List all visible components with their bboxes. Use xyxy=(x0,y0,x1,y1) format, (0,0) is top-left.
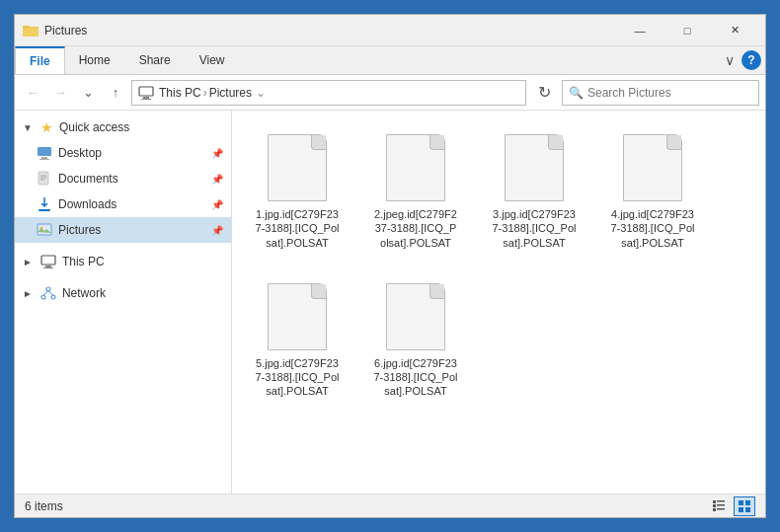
file-icon-4 xyxy=(266,281,329,352)
file-icon-5 xyxy=(384,281,447,352)
this-pc-icon xyxy=(40,254,56,269)
svg-rect-5 xyxy=(141,99,151,100)
path-item-pictures: Pictures xyxy=(209,86,252,100)
path-separator-2: ⌄ xyxy=(256,86,266,100)
downloads-icon xyxy=(37,196,52,212)
file-page-0 xyxy=(268,134,327,201)
sidebar: ▼ ★ Quick access Desktop 📌 xyxy=(15,111,232,494)
tab-share[interactable]: Share xyxy=(125,46,186,74)
sidebar-section-icon: ★ xyxy=(40,119,53,135)
search-box[interactable]: 🔍 xyxy=(562,80,759,106)
path-item-this-pc: This PC xyxy=(138,85,201,101)
svg-rect-24 xyxy=(713,500,716,503)
title-bar: Pictures — □ ✕ xyxy=(15,15,765,46)
sidebar-quick-access[interactable]: ▼ ★ Quick access xyxy=(15,114,231,140)
sidebar-item-documents[interactable]: Documents 📌 xyxy=(15,166,231,191)
desktop-pin-icon: 📌 xyxy=(211,148,223,159)
search-input[interactable] xyxy=(587,86,752,100)
svg-line-22 xyxy=(43,291,48,295)
network-arrow-icon: ► xyxy=(23,288,33,299)
svg-rect-17 xyxy=(45,266,51,267)
file-item[interactable]: 6.jpg.id[C279F237-3188].[ICQ_Polsat].POL… xyxy=(366,275,465,405)
file-name-4: 5.jpg.id[C279F237-3188].[ICQ_Polsat].POL… xyxy=(254,356,341,399)
svg-rect-30 xyxy=(739,500,743,505)
main-content: ▼ ★ Quick access Desktop 📌 xyxy=(15,111,765,494)
tab-file[interactable]: File xyxy=(15,46,65,74)
network-icon xyxy=(40,285,56,301)
svg-rect-27 xyxy=(717,504,725,506)
sidebar-item-desktop[interactable]: Desktop 📌 xyxy=(15,140,231,166)
file-name-2: 3.jpg.id[C279F237-3188].[ICQ_Polsat].POL… xyxy=(491,207,578,250)
ribbon-expand-icon[interactable]: ∨ xyxy=(718,48,741,72)
svg-rect-13 xyxy=(39,209,50,211)
forward-button[interactable]: → xyxy=(48,81,72,105)
window-title: Pictures xyxy=(44,24,617,38)
list-view-button[interactable] xyxy=(708,496,730,516)
status-bar: 6 items xyxy=(15,494,765,517)
dropdown-button[interactable]: ⌄ xyxy=(76,81,100,105)
svg-rect-33 xyxy=(745,507,750,512)
svg-point-20 xyxy=(41,295,45,299)
sidebar-item-pictures[interactable]: Pictures 📌 xyxy=(15,217,231,243)
file-name-1: 2.jpeg.id[C279F237-3188].[ICQ_Polsat].PO… xyxy=(372,207,459,250)
search-icon: 🔍 xyxy=(569,86,584,100)
documents-pin-icon: 📌 xyxy=(211,174,223,185)
svg-rect-2 xyxy=(23,26,30,29)
file-page-3 xyxy=(623,134,682,201)
svg-rect-26 xyxy=(713,504,716,507)
sidebar-item-this-pc[interactable]: ► This PC xyxy=(15,249,231,274)
svg-rect-29 xyxy=(717,508,725,510)
file-icon-3 xyxy=(621,132,684,203)
up-button[interactable]: ↑ xyxy=(104,81,127,105)
file-icon-2 xyxy=(503,132,566,203)
svg-rect-18 xyxy=(43,267,53,268)
ribbon-tabs: File Home Share View ∨ ? xyxy=(15,46,765,74)
file-item[interactable]: 4.jpg.id[C279F237-3188].[ICQ_Polsat].POL… xyxy=(603,126,702,256)
this-pc-arrow-icon: ► xyxy=(23,257,33,267)
svg-rect-1 xyxy=(23,28,39,37)
view-controls xyxy=(708,496,755,516)
item-count: 6 items xyxy=(25,499,63,513)
tab-view[interactable]: View xyxy=(186,46,240,74)
file-page-5 xyxy=(386,283,445,350)
close-button[interactable]: ✕ xyxy=(712,15,757,46)
pictures-pin-icon: 📌 xyxy=(211,225,223,236)
minimize-button[interactable]: — xyxy=(617,15,663,46)
svg-point-21 xyxy=(51,295,55,299)
downloads-pin-icon: 📌 xyxy=(211,199,223,210)
quick-access-arrow-icon: ▼ xyxy=(23,122,33,133)
svg-rect-31 xyxy=(745,500,750,505)
svg-line-23 xyxy=(48,291,53,295)
sidebar-item-downloads[interactable]: Downloads 📌 xyxy=(15,191,231,217)
pictures-icon xyxy=(37,222,52,238)
address-path[interactable]: This PC › Pictures ⌄ xyxy=(131,80,526,106)
file-item[interactable]: 2.jpeg.id[C279F237-3188].[ICQ_Polsat].PO… xyxy=(366,126,465,256)
file-name-5: 6.jpg.id[C279F237-3188].[ICQ_Polsat].POL… xyxy=(372,356,459,399)
address-bar: ← → ⌄ ↑ This PC › Pictures ⌄ ↻ 🔍 xyxy=(15,75,765,111)
ribbon-help-icon[interactable]: ? xyxy=(741,50,761,70)
maximize-button[interactable]: □ xyxy=(664,15,710,46)
desktop-icon xyxy=(37,145,52,161)
file-icon-1 xyxy=(384,132,447,203)
file-item[interactable]: 5.jpg.id[C279F237-3188].[ICQ_Polsat].POL… xyxy=(248,275,347,405)
back-button[interactable]: ← xyxy=(21,81,44,105)
svg-rect-4 xyxy=(143,97,149,99)
file-icon-0 xyxy=(266,132,329,203)
window-controls: — □ ✕ xyxy=(617,15,757,46)
tab-home[interactable]: Home xyxy=(65,46,125,74)
documents-icon xyxy=(37,171,52,187)
window-icon xyxy=(23,23,39,38)
file-item[interactable]: 1.jpg.id[C279F237-3188].[ICQ_Polsat].POL… xyxy=(248,126,347,256)
sidebar-item-network[interactable]: ► Network xyxy=(15,280,231,306)
svg-rect-8 xyxy=(39,159,49,160)
ribbon: File Home Share View ∨ ? xyxy=(15,46,765,75)
file-page-4 xyxy=(268,283,327,350)
svg-rect-25 xyxy=(717,500,725,502)
svg-rect-6 xyxy=(38,147,51,156)
svg-point-19 xyxy=(46,287,50,291)
refresh-button[interactable]: ↻ xyxy=(530,80,558,106)
file-area: 1.jpg.id[C279F237-3188].[ICQ_Polsat].POL… xyxy=(232,111,765,494)
grid-view-button[interactable] xyxy=(734,496,755,516)
file-item[interactable]: 3.jpg.id[C279F237-3188].[ICQ_Polsat].POL… xyxy=(485,126,584,256)
file-page-1 xyxy=(386,134,445,201)
